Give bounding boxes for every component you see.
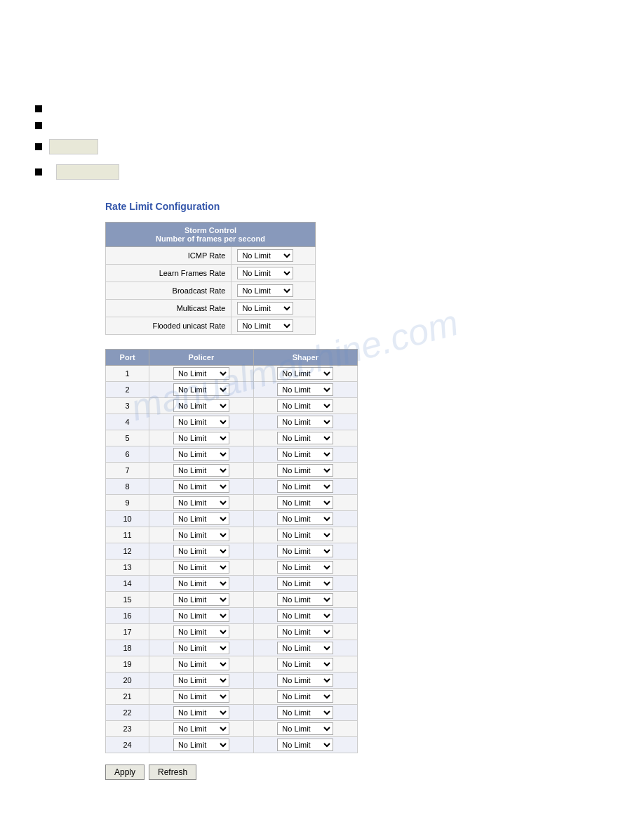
policer-select-6[interactable]: No Limit64K128K256K512K1M2M4M8M	[173, 448, 229, 461]
shaper-select-3[interactable]: No Limit64K128K256K512K1M2M4M8M	[277, 399, 333, 412]
shaper-cell-10: No Limit64K128K256K512K1M2M4M8M	[253, 511, 357, 527]
nav-box-4[interactable]	[56, 164, 119, 180]
shaper-cell-7: No Limit64K128K256K512K1M2M4M8M	[253, 463, 357, 479]
shaper-select-6[interactable]: No Limit64K128K256K512K1M2M4M8M	[277, 448, 333, 461]
shaper-select-1[interactable]: No Limit64K128K256K512K1M2M4M8M	[277, 367, 333, 380]
policer-select-8[interactable]: No Limit64K128K256K512K1M2M4M8M	[173, 480, 229, 493]
shaper-select-21[interactable]: No Limit64K128K256K512K1M2M4M8M	[277, 690, 333, 703]
storm-select-cell-1: No Limit64K128K256K512K1M2M4M8M	[232, 265, 316, 282]
policer-select-24[interactable]: No Limit64K128K256K512K1M2M4M8M	[173, 739, 229, 751]
policer-select-21[interactable]: No Limit64K128K256K512K1M2M4M8M	[173, 690, 229, 703]
policer-select-13[interactable]: No Limit64K128K256K512K1M2M4M8M	[173, 561, 229, 574]
policer-select-4[interactable]: No Limit64K128K256K512K1M2M4M8M	[173, 416, 229, 428]
storm-control-table: Storm Control Number of frames per secon…	[105, 222, 316, 335]
shaper-cell-13: No Limit64K128K256K512K1M2M4M8M	[253, 560, 357, 576]
storm-control-header: Storm Control Number of frames per secon…	[106, 223, 316, 247]
shaper-select-15[interactable]: No Limit64K128K256K512K1M2M4M8M	[277, 593, 333, 606]
shaper-select-7[interactable]: No Limit64K128K256K512K1M2M4M8M	[277, 464, 333, 477]
shaper-select-24[interactable]: No Limit64K128K256K512K1M2M4M8M	[277, 739, 333, 751]
nav-box-3[interactable]	[49, 139, 98, 154]
policer-cell-8: No Limit64K128K256K512K1M2M4M8M	[149, 479, 253, 495]
port-number-23: 23	[106, 721, 149, 737]
policer-select-7[interactable]: No Limit64K128K256K512K1M2M4M8M	[173, 464, 229, 477]
port-number-22: 22	[106, 705, 149, 721]
shaper-select-13[interactable]: No Limit64K128K256K512K1M2M4M8M	[277, 561, 333, 574]
policer-select-1[interactable]: No Limit64K128K256K512K1M2M4M8M	[173, 367, 229, 380]
policer-select-5[interactable]: No Limit64K128K256K512K1M2M4M8M	[173, 432, 229, 444]
storm-label-2: Broadcast Rate	[106, 282, 232, 300]
shaper-cell-17: No Limit64K128K256K512K1M2M4M8M	[253, 624, 357, 640]
storm-select-4[interactable]: No Limit64K128K256K512K1M2M4M8M	[237, 319, 293, 332]
port-number-14: 14	[106, 576, 149, 592]
shaper-select-11[interactable]: No Limit64K128K256K512K1M2M4M8M	[277, 529, 333, 541]
shaper-select-22[interactable]: No Limit64K128K256K512K1M2M4M8M	[277, 706, 333, 719]
storm-label-4: Flooded unicast Rate	[106, 317, 232, 335]
port-row-21: 21No Limit64K128K256K512K1M2M4M8MNo Limi…	[106, 689, 358, 705]
policer-select-12[interactable]: No Limit64K128K256K512K1M2M4M8M	[173, 545, 229, 557]
shaper-select-12[interactable]: No Limit64K128K256K512K1M2M4M8M	[277, 545, 333, 557]
policer-select-17[interactable]: No Limit64K128K256K512K1M2M4M8M	[173, 626, 229, 638]
policer-cell-12: No Limit64K128K256K512K1M2M4M8M	[149, 543, 253, 560]
shaper-select-4[interactable]: No Limit64K128K256K512K1M2M4M8M	[277, 416, 333, 428]
policer-cell-16: No Limit64K128K256K512K1M2M4M8M	[149, 608, 253, 624]
policer-select-18[interactable]: No Limit64K128K256K512K1M2M4M8M	[173, 642, 229, 654]
storm-label-3: Multicast Rate	[106, 300, 232, 317]
shaper-select-19[interactable]: No Limit64K128K256K512K1M2M4M8M	[277, 658, 333, 670]
nav-bullets	[35, 105, 630, 180]
shaper-select-17[interactable]: No Limit64K128K256K512K1M2M4M8M	[277, 626, 333, 638]
storm-select-0[interactable]: No Limit64K128K256K512K1M2M4M8M	[237, 249, 293, 262]
policer-select-23[interactable]: No Limit64K128K256K512K1M2M4M8M	[173, 722, 229, 735]
policer-col-header: Policer	[149, 350, 253, 366]
policer-cell-5: No Limit64K128K256K512K1M2M4M8M	[149, 430, 253, 446]
shaper-select-18[interactable]: No Limit64K128K256K512K1M2M4M8M	[277, 642, 333, 654]
port-row-22: 22No Limit64K128K256K512K1M2M4M8MNo Limi…	[106, 705, 358, 721]
shaper-select-2[interactable]: No Limit64K128K256K512K1M2M4M8M	[277, 383, 333, 396]
port-row-24: 24No Limit64K128K256K512K1M2M4M8MNo Limi…	[106, 737, 358, 753]
policer-select-11[interactable]: No Limit64K128K256K512K1M2M4M8M	[173, 529, 229, 541]
apply-button[interactable]: Apply	[105, 764, 145, 780]
shaper-cell-4: No Limit64K128K256K512K1M2M4M8M	[253, 414, 357, 430]
port-number-19: 19	[106, 656, 149, 673]
shaper-select-14[interactable]: No Limit64K128K256K512K1M2M4M8M	[277, 577, 333, 590]
shaper-select-16[interactable]: No Limit64K128K256K512K1M2M4M8M	[277, 609, 333, 622]
port-number-4: 4	[106, 414, 149, 430]
policer-cell-6: No Limit64K128K256K512K1M2M4M8M	[149, 446, 253, 463]
shaper-select-8[interactable]: No Limit64K128K256K512K1M2M4M8M	[277, 480, 333, 493]
refresh-button[interactable]: Refresh	[149, 764, 196, 780]
shaper-select-9[interactable]: No Limit64K128K256K512K1M2M4M8M	[277, 496, 333, 509]
shaper-cell-21: No Limit64K128K256K512K1M2M4M8M	[253, 689, 357, 705]
policer-cell-18: No Limit64K128K256K512K1M2M4M8M	[149, 640, 253, 656]
port-number-9: 9	[106, 495, 149, 511]
port-row-1: 1No Limit64K128K256K512K1M2M4M8MNo Limit…	[106, 366, 358, 382]
storm-select-2[interactable]: No Limit64K128K256K512K1M2M4M8M	[237, 284, 293, 297]
page-wrapper: manualmachine.com Rate Limit Configurati…	[0, 0, 644, 834]
policer-select-19[interactable]: No Limit64K128K256K512K1M2M4M8M	[173, 658, 229, 670]
policer-cell-15: No Limit64K128K256K512K1M2M4M8M	[149, 592, 253, 608]
port-col-header: Port	[106, 350, 149, 366]
port-number-17: 17	[106, 624, 149, 640]
policer-select-2[interactable]: No Limit64K128K256K512K1M2M4M8M	[173, 383, 229, 396]
policer-cell-22: No Limit64K128K256K512K1M2M4M8M	[149, 705, 253, 721]
bullet-2	[35, 122, 42, 129]
policer-select-22[interactable]: No Limit64K128K256K512K1M2M4M8M	[173, 706, 229, 719]
policer-select-9[interactable]: No Limit64K128K256K512K1M2M4M8M	[173, 496, 229, 509]
policer-select-14[interactable]: No Limit64K128K256K512K1M2M4M8M	[173, 577, 229, 590]
storm-row-2: Broadcast RateNo Limit64K128K256K512K1M2…	[106, 282, 316, 300]
port-table: Port Policer Shaper 1No Limit64K128K256K…	[105, 349, 358, 753]
policer-select-15[interactable]: No Limit64K128K256K512K1M2M4M8M	[173, 593, 229, 606]
nav-item-2	[35, 122, 630, 129]
shaper-cell-19: No Limit64K128K256K512K1M2M4M8M	[253, 656, 357, 673]
shaper-select-10[interactable]: No Limit64K128K256K512K1M2M4M8M	[277, 512, 333, 525]
policer-select-3[interactable]: No Limit64K128K256K512K1M2M4M8M	[173, 399, 229, 412]
shaper-select-20[interactable]: No Limit64K128K256K512K1M2M4M8M	[277, 674, 333, 687]
port-row-23: 23No Limit64K128K256K512K1M2M4M8MNo Limi…	[106, 721, 358, 737]
port-number-10: 10	[106, 511, 149, 527]
policer-select-20[interactable]: No Limit64K128K256K512K1M2M4M8M	[173, 674, 229, 687]
policer-select-10[interactable]: No Limit64K128K256K512K1M2M4M8M	[173, 512, 229, 525]
shaper-select-23[interactable]: No Limit64K128K256K512K1M2M4M8M	[277, 722, 333, 735]
shaper-select-5[interactable]: No Limit64K128K256K512K1M2M4M8M	[277, 432, 333, 444]
policer-select-16[interactable]: No Limit64K128K256K512K1M2M4M8M	[173, 609, 229, 622]
storm-select-3[interactable]: No Limit64K128K256K512K1M2M4M8M	[237, 302, 293, 315]
storm-select-1[interactable]: No Limit64K128K256K512K1M2M4M8M	[237, 267, 293, 279]
policer-cell-20: No Limit64K128K256K512K1M2M4M8M	[149, 673, 253, 689]
